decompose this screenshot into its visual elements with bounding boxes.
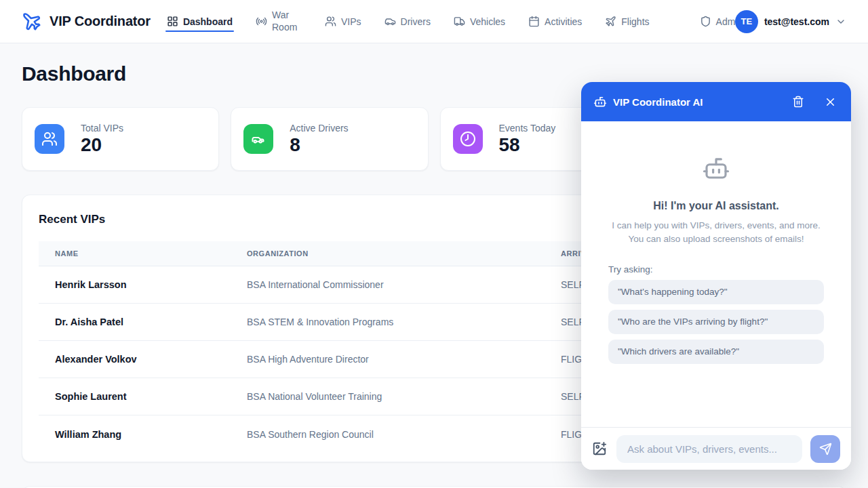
car-icon	[384, 16, 396, 27]
bot-icon	[608, 154, 824, 182]
nav-label: Dashboard	[183, 16, 233, 27]
vip-organization: BSA STEM & Innovation Programs	[231, 317, 545, 327]
image-plus-icon	[592, 441, 608, 456]
stat-card-active-drivers: Active Drivers 8	[231, 107, 428, 171]
vip-name: Dr. Aisha Patel	[39, 317, 231, 327]
vip-name: Sophie Laurent	[39, 391, 231, 402]
nav-label: Activities	[545, 16, 582, 27]
close-chat-button[interactable]	[824, 94, 839, 109]
stat-card-total-vips: Total VIPs 20	[22, 107, 219, 171]
nav-label: Flights	[621, 16, 649, 27]
try-asking-label: Try asking:	[608, 264, 824, 274]
chevron-down-icon[interactable]	[835, 16, 846, 27]
suggestion-chip[interactable]: "Which drivers are available?"	[608, 340, 824, 364]
suggestion-chip[interactable]: "Who are the VIPs arriving by flight?"	[608, 310, 824, 334]
stat-value: 20	[81, 135, 123, 156]
vip-name: Alexander Volkov	[39, 354, 231, 365]
chat-body: Hi! I'm your AI assistant. I can help yo…	[581, 121, 851, 427]
nav-label: War Room	[272, 9, 302, 33]
stat-value: 8	[290, 135, 348, 156]
nav-item-vehicles[interactable]: Vehicles	[454, 0, 505, 43]
top-navigation-bar: VIP Coordinator Dashboard War Room VIPs …	[0, 0, 868, 43]
clear-chat-button[interactable]	[792, 94, 807, 109]
main-nav: Dashboard War Room VIPs Drivers Vehicles…	[167, 0, 758, 43]
clock-icon	[453, 124, 483, 154]
vip-organization: BSA National Volunteer Training	[231, 391, 545, 402]
close-icon	[824, 96, 839, 108]
stat-label: Events Today	[499, 123, 556, 134]
avatar[interactable]: TE	[735, 10, 758, 33]
shield-icon	[700, 16, 711, 27]
chat-description: I can help you with VIPs, drivers, event…	[608, 219, 824, 247]
vip-organization: BSA International Commissioner	[231, 279, 545, 290]
nav-item-dashboard[interactable]: Dashboard	[167, 0, 233, 43]
chat-message-input[interactable]	[616, 435, 802, 463]
van-icon	[243, 124, 273, 154]
send-button[interactable]	[810, 435, 840, 463]
nav-item-activities[interactable]: Activities	[528, 0, 582, 43]
vip-name: Henrik Larsson	[39, 279, 231, 290]
upload-image-button[interactable]	[592, 441, 608, 457]
nav-item-flights[interactable]: Flights	[605, 0, 649, 43]
users-icon	[35, 124, 64, 154]
brand-logo[interactable]: VIP Coordinator	[22, 12, 151, 32]
user-email: test@test.com	[764, 16, 829, 27]
nav-item-vips[interactable]: VIPs	[325, 0, 361, 43]
column-header-name: NAME	[39, 249, 231, 258]
brand-name: VIP Coordinator	[50, 14, 151, 29]
ai-chat-panel: VIP Coordinator AI Hi! I'm your AI assis…	[581, 82, 851, 470]
stat-label: Active Drivers	[290, 123, 348, 134]
plane-icon	[605, 16, 616, 27]
chat-input-bar	[581, 427, 851, 470]
trash-icon	[792, 96, 807, 108]
chat-panel-header: VIP Coordinator AI	[581, 82, 851, 121]
suggestion-chip[interactable]: "What's happening today?"	[608, 280, 824, 304]
chat-panel-title: VIP Coordinator AI	[613, 96, 786, 108]
nav-label: Drivers	[401, 16, 431, 27]
vip-name: William Zhang	[39, 429, 231, 440]
vip-organization: BSA High Adventure Director	[231, 354, 545, 365]
nav-label: Vehicles	[470, 16, 505, 27]
user-menu[interactable]: TE test@test.com	[735, 10, 846, 33]
nav-item-drivers[interactable]: Drivers	[384, 0, 431, 43]
stat-value: 58	[499, 135, 556, 156]
calendar-icon	[528, 16, 540, 27]
chat-empty-state: Hi! I'm your AI assistant. I can help yo…	[608, 154, 824, 247]
vip-organization: BSA Southern Region Council	[231, 429, 545, 440]
truck-icon	[454, 16, 465, 27]
users-icon	[325, 16, 336, 27]
bot-icon	[593, 95, 607, 108]
layout-grid-icon	[167, 16, 178, 27]
plane-logo-icon	[22, 12, 42, 32]
send-icon	[819, 443, 832, 455]
column-header-organization: ORGANIZATION	[231, 249, 545, 258]
chat-greeting: Hi! I'm your AI assistant.	[608, 200, 824, 212]
nav-item-war-room[interactable]: War Room	[256, 0, 302, 43]
radio-icon	[256, 16, 267, 27]
nav-label: VIPs	[341, 16, 361, 27]
stat-label: Total VIPs	[81, 123, 123, 134]
